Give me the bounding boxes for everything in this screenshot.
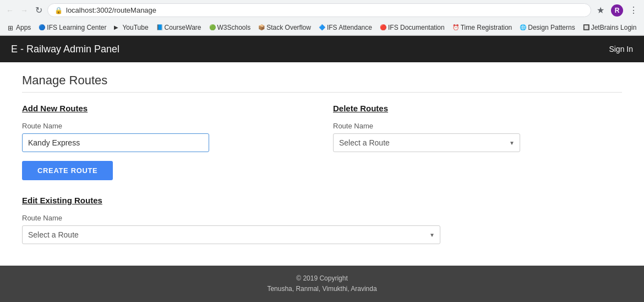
bookmark-courseware-label: CourseWare [165, 24, 201, 31]
ifs-attendance-icon: 🔷 [319, 24, 325, 31]
back-button[interactable]: ← [4, 5, 15, 16]
footer: © 2019 Copyright Tenusha, Ranmal, Vimukt… [0, 266, 644, 302]
design-patterns-icon: 🌐 [520, 24, 526, 31]
bookmark-youtube-label: YouTube [122, 24, 148, 31]
footer-copyright: © 2019 Copyright [8, 273, 636, 284]
add-routes-title: Add New Routes [22, 104, 311, 113]
bookmark-github[interactable]: ⚫ GitHub [641, 23, 644, 33]
bookmark-ifs-learning-label: IFS Learning Center [47, 24, 106, 31]
reload-button[interactable]: ↻ [33, 5, 44, 16]
browser-chrome: ← → ↻ 🔒 localhost:3002/routeManage ★ R ⋮… [0, 0, 644, 36]
bookmark-jetbrains[interactable]: 🔲 JetBrains Login [580, 23, 640, 33]
bookmark-w3schools-label: W3Schools [217, 24, 251, 31]
bookmark-apps-label: Apps [16, 24, 31, 31]
bookmarks-bar: ⊞ Apps 🔵 IFS Learning Center ▶ YouTube 📘… [0, 20, 644, 35]
bookmark-design-patterns-label: Design Patterns [528, 24, 575, 31]
create-route-button[interactable]: CREATE ROUTE [22, 161, 113, 180]
bookmark-stackoverflow[interactable]: 📦 Stack Overflow [255, 23, 314, 33]
stackoverflow-icon: 📦 [258, 24, 265, 31]
add-routes-section: Add New Routes Route Name CREATE ROUTE [22, 104, 311, 180]
delete-route-select[interactable]: Select a Route [333, 133, 520, 152]
time-reg-icon: ⏰ [452, 24, 459, 31]
delete-routes-title: Delete Routes [333, 104, 622, 113]
add-route-name-input[interactable] [22, 133, 209, 152]
nav-actions: ★ R ⋮ [594, 4, 640, 17]
page-title: Manage Routes [22, 73, 622, 88]
main-content: Manage Routes Add New Routes Route Name … [0, 62, 644, 266]
bookmark-time-reg-label: Time Registration [461, 24, 512, 31]
delete-route-select-wrapper: Select a Route [333, 133, 520, 152]
browser-nav: ← → ↻ 🔒 localhost:3002/routeManage ★ R ⋮ [0, 0, 644, 20]
jetbrains-icon: 🔲 [583, 24, 590, 31]
bookmark-ifs-docs[interactable]: 🔴 IFS Documentation [376, 23, 448, 33]
app-title: E - Railway Admin Panel [11, 44, 119, 55]
apps-icon: ⊞ [8, 24, 14, 31]
delete-route-name-label: Route Name [333, 122, 622, 130]
ifs-docs-icon: 🔴 [380, 24, 386, 31]
app-header: E - Railway Admin Panel Sign In [0, 36, 644, 62]
edit-routes-section: Edit Existing Routes Route Name Select a… [22, 196, 622, 244]
bookmark-ifs-attendance[interactable]: 🔷 IFS Attendance [315, 23, 375, 33]
bookmark-ifs-attendance-label: IFS Attendance [327, 24, 372, 31]
footer-credits: Tenusha, Ranmal, Vimukthi, Aravinda [8, 284, 636, 294]
top-sections: Add New Routes Route Name CREATE ROUTE D… [22, 104, 622, 180]
bookmark-w3schools[interactable]: 🟢 W3Schools [206, 23, 254, 33]
delete-routes-section: Delete Routes Route Name Select a Route [333, 104, 622, 180]
bookmark-time-reg[interactable]: ⏰ Time Registration [449, 23, 516, 33]
courseware-icon: 📘 [156, 24, 163, 31]
divider [22, 92, 622, 93]
menu-button[interactable]: ⋮ [627, 4, 640, 17]
user-avatar: R [611, 4, 623, 17]
bookmark-ifs-docs-label: IFS Documentation [388, 24, 445, 31]
url-text: localhost:3002/routeManage [66, 6, 584, 14]
bookmark-courseware[interactable]: 📘 CourseWare [153, 23, 205, 33]
edit-routes-title: Edit Existing Routes [22, 196, 622, 205]
ifs-learning-icon: 🔵 [39, 24, 45, 31]
add-route-name-label: Route Name [22, 122, 311, 130]
bookmark-ifs-learning[interactable]: 🔵 IFS Learning Center [35, 23, 110, 33]
w3schools-icon: 🟢 [209, 24, 216, 31]
address-bar[interactable]: 🔒 localhost:3002/routeManage [47, 3, 591, 17]
forward-button[interactable]: → [19, 5, 30, 16]
edit-route-name-label: Route Name [22, 214, 622, 222]
bookmark-star-button[interactable]: ★ [594, 4, 607, 17]
lock-icon: 🔒 [54, 7, 63, 14]
bookmark-stackoverflow-label: Stack Overflow [266, 24, 311, 31]
sign-in-button[interactable]: Sign In [609, 45, 633, 53]
edit-route-select-wrapper: Select a Route [22, 225, 440, 244]
youtube-icon: ▶ [114, 24, 121, 31]
bookmark-jetbrains-label: JetBrains Login [591, 24, 637, 31]
bookmark-youtube[interactable]: ▶ YouTube [111, 23, 151, 33]
edit-route-select[interactable]: Select a Route [22, 225, 440, 244]
bookmark-design-patterns[interactable]: 🌐 Design Patterns [516, 23, 578, 33]
bookmark-apps[interactable]: ⊞ Apps [4, 23, 34, 33]
